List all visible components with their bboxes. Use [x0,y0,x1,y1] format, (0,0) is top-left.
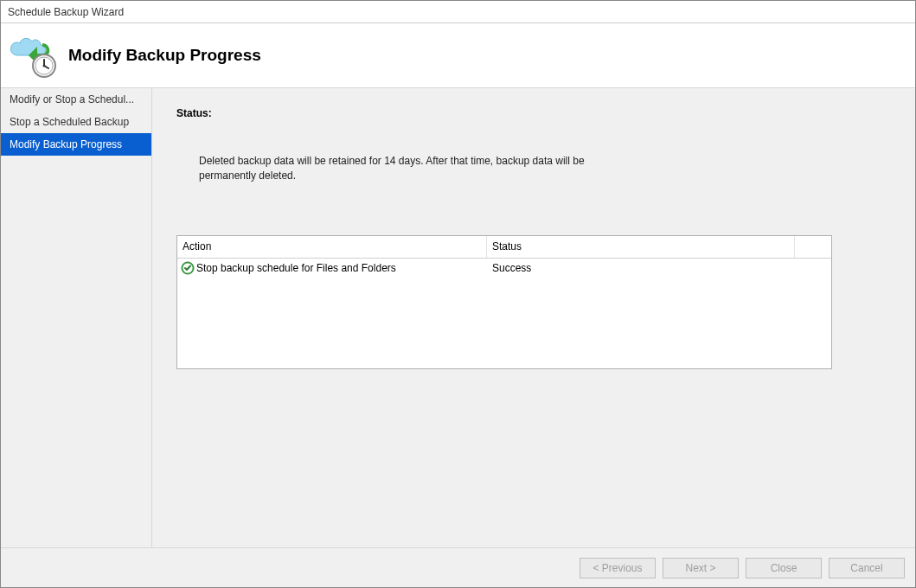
sidebar-item-modify-or-stop[interactable]: Modify or Stop a Schedul... [1,88,151,111]
previous-button: < Previous [580,558,656,578]
main-content: Status: Deleted backup data will be reta… [152,88,915,547]
table-row: Stop backup schedule for Files and Folde… [177,259,831,278]
wizard-header: Modify Backup Progress [1,23,915,87]
success-check-icon [181,261,195,275]
action-text: Stop backup schedule for Files and Folde… [196,262,396,274]
table-header-row: Action Status [177,236,831,259]
window-title: Schedule Backup Wizard [8,6,124,18]
cell-status: Success [487,262,795,274]
status-label: Status: [176,107,863,119]
table-header-status[interactable]: Status [487,236,795,258]
close-button[interactable]: Close [746,558,822,578]
wizard-footer: < Previous Next > Close Cancel [1,547,915,587]
wizard-steps-sidebar: Modify or Stop a Schedul... Stop a Sched… [1,88,152,547]
sidebar-item-modify-progress[interactable]: Modify Backup Progress [1,133,151,156]
svg-point-4 [43,65,46,67]
result-table: Action Status Stop backup schedule for F… [176,235,832,369]
cancel-button: Cancel [829,558,905,578]
status-description: Deleted backup data will be retained for… [199,154,605,183]
next-button: Next > [663,558,739,578]
table-header-action[interactable]: Action [177,236,487,258]
sidebar-item-stop-scheduled[interactable]: Stop a Scheduled Backup [1,111,151,133]
backup-cloud-clock-icon [8,31,56,80]
page-title: Modify Backup Progress [68,46,261,65]
cell-action: Stop backup schedule for Files and Folde… [177,261,487,275]
window-titlebar: Schedule Backup Wizard [1,1,915,23]
